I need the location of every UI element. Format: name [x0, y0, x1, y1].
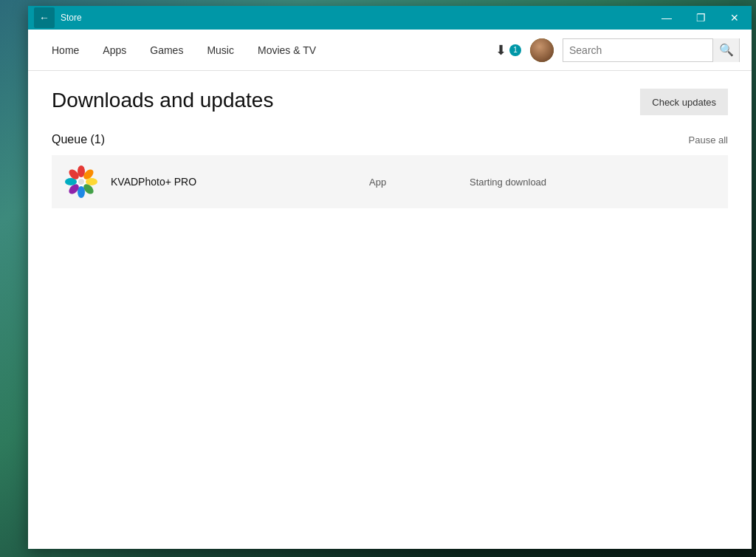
maximize-button[interactable]: ❐	[684, 6, 718, 30]
nav-music[interactable]: Music	[195, 30, 246, 71]
search-icon: 🔍	[719, 43, 734, 57]
app-icon-svg	[63, 164, 99, 199]
page-header: Downloads and updates Check updates	[52, 89, 728, 115]
app-status: Starting download	[470, 177, 716, 188]
nav-games[interactable]: Games	[138, 30, 195, 71]
nav-movies[interactable]: Movies & TV	[246, 30, 328, 71]
search-input[interactable]	[563, 44, 712, 56]
queue-header: Queue (1) Pause all	[52, 133, 728, 146]
avatar-image	[530, 38, 554, 62]
close-button[interactable]: ✕	[718, 6, 752, 30]
queue-title: Queue (1)	[52, 133, 105, 146]
navbar: Home Apps Games Music Movies & TV ⬇ 1 🔍	[28, 30, 752, 71]
nav-home[interactable]: Home	[40, 30, 91, 71]
back-button[interactable]: ←	[34, 7, 55, 28]
main-content: Downloads and updates Check updates Queu…	[28, 71, 752, 549]
page-title: Downloads and updates	[52, 89, 273, 112]
window-controls: — ❐ ✕	[650, 6, 752, 30]
app-name: KVADPhoto+ PRO	[111, 176, 357, 188]
back-icon: ←	[39, 12, 49, 24]
close-icon: ✕	[730, 12, 739, 24]
app-type: App	[369, 177, 458, 188]
check-updates-button[interactable]: Check updates	[640, 89, 728, 115]
maximize-icon: ❐	[696, 12, 706, 24]
app-icon	[63, 164, 99, 199]
download-icon: ⬇	[495, 42, 506, 58]
titlebar: ← Store — ❐ ✕	[28, 6, 752, 30]
queue-item-0: KVADPhoto+ PRO App Starting download	[52, 155, 728, 208]
minimize-button[interactable]: —	[650, 6, 684, 30]
nav-apps[interactable]: Apps	[91, 30, 138, 71]
svg-point-11	[78, 179, 84, 185]
search-box: 🔍	[563, 38, 740, 62]
store-window: ← Store — ❐ ✕ Home Apps Games Music Movi…	[28, 6, 752, 549]
minimize-icon: —	[662, 12, 672, 24]
pause-all-button[interactable]: Pause all	[689, 134, 728, 146]
user-avatar[interactable]	[530, 38, 554, 62]
downloads-button[interactable]: ⬇ 1	[495, 42, 521, 58]
download-count-badge: 1	[509, 44, 521, 56]
window-title: Store	[61, 13, 752, 23]
nav-right: ⬇ 1 🔍	[495, 38, 740, 62]
nav-links: Home Apps Games Music Movies & TV	[40, 30, 495, 71]
search-button[interactable]: 🔍	[712, 38, 739, 62]
